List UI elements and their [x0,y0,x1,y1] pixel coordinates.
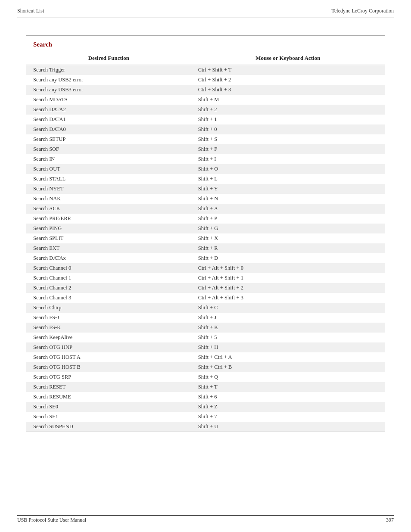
table-row: Search Channel 1Ctrl + Alt + Shift + 1 [26,273,385,283]
function-cell: Search OTG SRP [26,372,191,382]
page-footer: USB Protocol Suite User Manual 397 [0,517,411,523]
table-row: Search Channel 0Ctrl + Alt + Shift + 0 [26,263,385,273]
action-cell: Shift + K [191,323,385,333]
table-row: Search FS-JShift + J [26,313,385,323]
table-row: Search NYETShift + Y [26,184,385,194]
function-cell: Search RESET [26,382,191,392]
action-cell: Shift + L [191,174,385,184]
action-cell: Shift + A [191,204,385,214]
search-table-container: Search Desired Function Mouse or Keyboar… [26,35,385,432]
function-cell: Search any USB2 error [26,75,191,85]
action-cell: Shift + X [191,233,385,243]
action-cell: Shift + 0 [191,124,385,134]
action-cell: Shift + T [191,382,385,392]
col-header-action: Mouse or Keyboard Action [191,52,385,65]
page-header: Shortcut List Teledyne LeCroy Corporatio… [0,0,411,18]
function-cell: Search OTG HOST B [26,362,191,372]
function-cell: Search OTG HNP [26,342,191,352]
function-cell: Search Channel 2 [26,283,191,293]
col-header-function: Desired Function [26,52,191,65]
action-cell: Ctrl + Shift + 3 [191,85,385,95]
table-row: Search ACKShift + A [26,204,385,214]
action-cell: Shift + S [191,134,385,144]
action-cell: Shift + Ctrl + B [191,362,385,372]
table-row: Search EXTShift + R [26,243,385,253]
function-cell: Search PRE/ERR [26,214,191,224]
table-row: Search DATA1Shift + 1 [26,115,385,124]
function-cell: Search IN [26,154,191,164]
action-cell: Shift + H [191,342,385,352]
table-row: Search MDATAShift + M [26,95,385,105]
function-cell: Search NYET [26,184,191,194]
table-row: Search any USB3 errorCtrl + Shift + 3 [26,85,385,95]
function-cell: Search DATA0 [26,124,191,134]
function-cell: Search RESUME [26,392,191,402]
table-row: Search SE1Shift + 7 [26,412,385,422]
table-row: Search Channel 2Ctrl + Alt + Shift + 2 [26,283,385,293]
table-row: Search RESUMEShift + 6 [26,392,385,402]
table-row: Search OUTShift + O [26,164,385,174]
action-cell: Shift + 1 [191,115,385,124]
function-cell: Search SPLIT [26,233,191,243]
function-cell: Search SOF [26,144,191,154]
table-row: Search NAKShift + N [26,194,385,204]
table-row: Search FS-KShift + K [26,323,385,333]
action-cell: Shift + U [191,422,385,432]
table-row: Search PINGShift + G [26,224,385,233]
table-row: Search PRE/ERRShift + P [26,214,385,224]
action-cell: Shift + D [191,253,385,263]
function-cell: Search OUT [26,164,191,174]
table-row: Search INShift + I [26,154,385,164]
table-row: Search SETUPShift + S [26,134,385,144]
action-cell: Shift + F [191,144,385,154]
function-cell: Search Chirp [26,303,191,313]
action-cell: Shift + Ctrl + A [191,352,385,362]
footer-right: 397 [386,517,394,523]
action-cell: Shift + I [191,154,385,164]
table-row: Search OTG SRPShift + Q [26,372,385,382]
table-row: Search DATA2Shift + 2 [26,105,385,115]
action-cell: Shift + P [191,214,385,224]
function-cell: Search EXT [26,243,191,253]
action-cell: Shift + 6 [191,392,385,402]
function-cell: Search SE0 [26,402,191,412]
table-row: Search DATAxShift + D [26,253,385,263]
function-cell: Search Trigger [26,65,191,75]
table-row: Search KeepAliveShift + 5 [26,333,385,342]
section-title: Search [26,36,385,52]
action-cell: Shift + J [191,313,385,323]
action-cell: Shift + N [191,194,385,204]
header-right: Teledyne LeCroy Corporation [332,8,394,14]
table-row: Search OTG HOST BShift + Ctrl + B [26,362,385,372]
function-cell: Search SETUP [26,134,191,144]
table-row: Search SUSPENDShift + U [26,422,385,432]
function-cell: Search OTG HOST A [26,352,191,362]
shortcut-table: Desired Function Mouse or Keyboard Actio… [26,52,385,432]
table-row: Search OTG HOST AShift + Ctrl + A [26,352,385,362]
function-cell: Search DATA1 [26,115,191,124]
action-cell: Shift + 2 [191,105,385,115]
table-header-row: Desired Function Mouse or Keyboard Actio… [26,52,385,65]
function-cell: Search DATA2 [26,105,191,115]
function-cell: Search Channel 1 [26,273,191,283]
table-row: Search OTG HNPShift + H [26,342,385,352]
action-cell: Ctrl + Alt + Shift + 2 [191,283,385,293]
footer-divider [17,515,394,516]
table-row: Search STALLShift + L [26,174,385,184]
action-cell: Shift + O [191,164,385,174]
table-row: Search SPLITShift + X [26,233,385,243]
action-cell: Shift + 5 [191,333,385,342]
page-content: Search Desired Function Mouse or Keyboar… [0,18,411,449]
function-cell: Search PING [26,224,191,233]
header-left: Shortcut List [17,8,44,14]
table-row: Search SOFShift + F [26,144,385,154]
action-cell: Ctrl + Shift + T [191,65,385,75]
table-row: Search Channel 3Ctrl + Alt + Shift + 3 [26,293,385,303]
action-cell: Ctrl + Shift + 2 [191,75,385,85]
table-row: Search DATA0Shift + 0 [26,124,385,134]
action-cell: Shift + G [191,224,385,233]
function-cell: Search KeepAlive [26,333,191,342]
table-row: Search RESETShift + T [26,382,385,392]
function-cell: Search any USB3 error [26,85,191,95]
function-cell: Search Channel 0 [26,263,191,273]
